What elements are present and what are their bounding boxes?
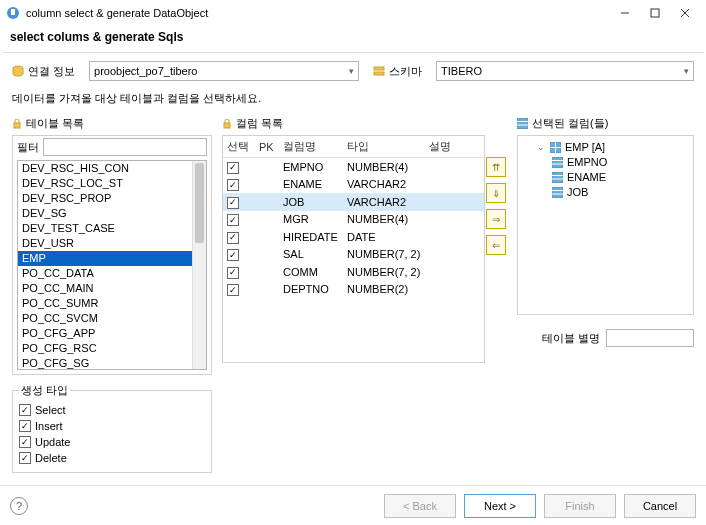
tree-column-item[interactable]: EMPNO — [522, 155, 689, 170]
close-button[interactable] — [670, 2, 700, 24]
connection-row: 연결 정보 proobject_po7_tibero ▾ 스키마 TIBERO … — [12, 61, 694, 81]
cell-type: NUMBER(7, 2) — [343, 246, 425, 264]
col-header-name[interactable]: 컬럼명 — [279, 136, 343, 158]
selected-cols-tree[interactable]: ⌄ EMP [A] EMPNOENAMEJOB — [517, 135, 694, 315]
lock-icon — [222, 119, 232, 129]
column-row[interactable]: ✓EMPNONUMBER(4) — [223, 158, 484, 176]
cell-pk — [255, 246, 279, 264]
gen-type-option[interactable]: ✓Delete — [19, 450, 205, 466]
table-item[interactable]: PO_CFG_APP — [18, 326, 206, 341]
col-header-desc[interactable]: 설명 — [425, 136, 484, 158]
table-item[interactable]: DEV_RSC_HIS_CON — [18, 161, 206, 176]
alias-label: 테이블 별명 — [542, 331, 600, 346]
svg-rect-3 — [651, 9, 659, 17]
tables-title: 테이블 목록 — [26, 116, 84, 131]
checkbox[interactable]: ✓ — [227, 162, 239, 174]
instruction-text: 데이터를 가져올 대상 테이블과 컬럼을 선택하세요. — [12, 91, 694, 106]
table-item[interactable]: PO_CC_MAIN — [18, 281, 206, 296]
next-button[interactable]: Next > — [464, 494, 536, 518]
scrollbar[interactable] — [192, 161, 206, 369]
back-button[interactable]: < Back — [384, 494, 456, 518]
tree-table-label: EMP [A] — [565, 140, 605, 155]
col-header-type[interactable]: 타입 — [343, 136, 425, 158]
column-row[interactable]: ✓SALNUMBER(7, 2) — [223, 246, 484, 264]
columns-icon — [517, 118, 528, 129]
columns-grid[interactable]: 선택 PK 컬럼명 타입 설명 ✓EMPNONUMBER(4)✓ENAMEVAR… — [222, 135, 485, 363]
checkbox[interactable]: ✓ — [19, 420, 31, 432]
table-item[interactable]: PO_CC_SVCM — [18, 311, 206, 326]
tables-listbox[interactable]: DEV_RSC_HIS_CONDEV_RSC_LOC_STDEV_RSC_PRO… — [17, 160, 207, 370]
gen-type-option[interactable]: ✓Update — [19, 434, 205, 450]
table-item[interactable]: DEV_TEST_CASE — [18, 221, 206, 236]
connection-select[interactable]: proobject_po7_tibero ▾ — [89, 61, 359, 81]
move-left-button[interactable]: ⇐ — [486, 235, 506, 255]
cell-pk — [255, 193, 279, 211]
move-up-button[interactable]: ⇓ — [486, 183, 506, 203]
gen-type-fieldset: 생성 타입 ✓Select✓Insert✓Update✓Delete — [12, 383, 212, 473]
cell-name: ENAME — [279, 176, 343, 194]
schema-select[interactable]: TIBERO ▾ — [436, 61, 694, 81]
table-icon — [550, 142, 561, 153]
column-row[interactable]: ✓JOBVARCHAR2 — [223, 193, 484, 211]
cell-desc — [425, 193, 484, 211]
checkbox[interactable]: ✓ — [227, 232, 239, 244]
filter-input[interactable] — [43, 138, 207, 156]
table-item[interactable]: PO_CFG_RSC — [18, 341, 206, 356]
table-item[interactable]: PO_CC_DATA — [18, 266, 206, 281]
cell-name: DEPTNO — [279, 281, 343, 299]
column-row[interactable]: ✓MGRNUMBER(4) — [223, 211, 484, 229]
checkbox[interactable]: ✓ — [227, 214, 239, 226]
expand-icon[interactable]: ⌄ — [536, 140, 546, 155]
tree-column-item[interactable]: JOB — [522, 185, 689, 200]
alias-input[interactable] — [606, 329, 694, 347]
checkbox[interactable]: ✓ — [227, 179, 239, 191]
col-header-sel[interactable]: 선택 — [223, 136, 255, 158]
finish-button[interactable]: Finish — [544, 494, 616, 518]
titlebar: column select & generate DataObject — [0, 0, 706, 26]
cell-type: NUMBER(4) — [343, 211, 425, 229]
maximize-button[interactable] — [640, 2, 670, 24]
column-row[interactable]: ✓HIREDATEDATE — [223, 228, 484, 246]
table-item[interactable]: EMP — [18, 251, 206, 266]
column-row[interactable]: ✓DEPTNONUMBER(2) — [223, 281, 484, 299]
checkbox[interactable]: ✓ — [19, 436, 31, 448]
cell-type: NUMBER(4) — [343, 158, 425, 176]
connection-value: proobject_po7_tibero — [94, 65, 197, 77]
cell-desc — [425, 211, 484, 229]
move-top-button[interactable]: ⇈ — [486, 157, 506, 177]
table-item[interactable]: DEV_RSC_PROP — [18, 191, 206, 206]
move-right-button[interactable]: ⇒ — [486, 209, 506, 229]
table-item[interactable]: PO_CC_SUMR — [18, 296, 206, 311]
wizard-icon — [6, 6, 20, 20]
checkbox[interactable]: ✓ — [227, 249, 239, 261]
gen-type-option[interactable]: ✓Select — [19, 402, 205, 418]
cancel-button[interactable]: Cancel — [624, 494, 696, 518]
svg-rect-9 — [14, 123, 20, 128]
cell-type: NUMBER(2) — [343, 281, 425, 299]
svg-rect-10 — [224, 123, 230, 128]
table-item[interactable]: DEV_RSC_LOC_ST — [18, 176, 206, 191]
cell-pk — [255, 211, 279, 229]
checkbox[interactable]: ✓ — [227, 197, 239, 209]
minimize-button[interactable] — [610, 2, 640, 24]
table-item[interactable]: DEV_USR — [18, 236, 206, 251]
checkbox[interactable]: ✓ — [227, 284, 239, 296]
cell-desc — [425, 281, 484, 299]
table-item[interactable]: DEV_SG — [18, 206, 206, 221]
checkbox[interactable]: ✓ — [19, 452, 31, 464]
checkbox[interactable]: ✓ — [19, 404, 31, 416]
tables-fieldset: 필터 DEV_RSC_HIS_CONDEV_RSC_LOC_STDEV_RSC_… — [12, 135, 212, 375]
tree-column-item[interactable]: ENAME — [522, 170, 689, 185]
help-button[interactable]: ? — [10, 497, 28, 515]
column-row[interactable]: ✓ENAMEVARCHAR2 — [223, 176, 484, 194]
tree-column-label: EMPNO — [567, 155, 607, 170]
gen-type-option[interactable]: ✓Insert — [19, 418, 205, 434]
cell-type: VARCHAR2 — [343, 193, 425, 211]
col-header-pk[interactable]: PK — [255, 136, 279, 158]
cell-type: NUMBER(7, 2) — [343, 263, 425, 281]
table-item[interactable]: PO_CFG_SG — [18, 356, 206, 370]
svg-rect-7 — [374, 67, 384, 70]
svg-rect-1 — [11, 9, 15, 15]
checkbox[interactable]: ✓ — [227, 267, 239, 279]
column-row[interactable]: ✓COMMNUMBER(7, 2) — [223, 263, 484, 281]
